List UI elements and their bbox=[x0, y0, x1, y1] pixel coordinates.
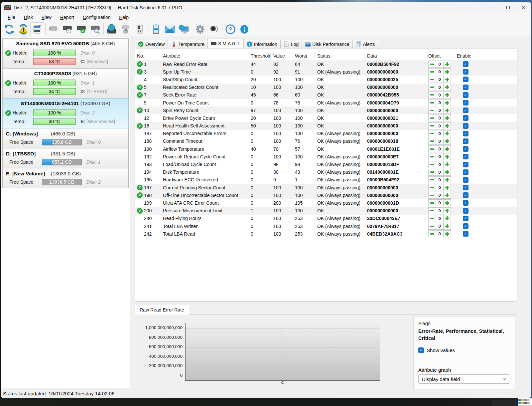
offset-minus-button[interactable] bbox=[428, 199, 436, 206]
offset-plus-button[interactable] bbox=[443, 169, 451, 176]
offset-minus-button[interactable] bbox=[428, 153, 436, 160]
offset-minus-button[interactable] bbox=[428, 192, 436, 199]
offset-minus-button[interactable] bbox=[428, 99, 436, 106]
tab-temperature[interactable]: Temperature bbox=[168, 40, 208, 48]
enable-checkbox[interactable]: ✓ bbox=[463, 77, 468, 82]
offset-minus-button[interactable] bbox=[428, 184, 436, 191]
smart-row[interactable]: 195Hardware ECC Recovered091OK (Always p… bbox=[135, 176, 517, 184]
smart-row[interactable]: 188Command Timeout010076OK (Always passi… bbox=[135, 137, 517, 145]
disk-check-icon[interactable] bbox=[74, 22, 88, 36]
smart-row[interactable]: 187Reported Uncorrectable Errors0100100O… bbox=[135, 130, 517, 137]
offset-plus-button[interactable] bbox=[443, 176, 451, 183]
disk-card-1[interactable]: CT1000P2SSD8 (931.5 GB) ✓ Health: 100 % … bbox=[2, 68, 129, 99]
enable-checkbox[interactable]: ✓ bbox=[463, 154, 468, 159]
enable-checkbox[interactable]: ✓ bbox=[463, 177, 468, 183]
refresh-warning-icon[interactable] bbox=[16, 22, 30, 36]
enable-checkbox[interactable]: ✓ bbox=[463, 131, 468, 136]
enable-checkbox[interactable]: ✓ bbox=[463, 208, 468, 214]
disk-shield-icon[interactable] bbox=[47, 22, 61, 36]
offset-plus-button[interactable] bbox=[443, 207, 451, 214]
menu-report[interactable]: Report bbox=[56, 14, 78, 21]
offset-minus-button[interactable] bbox=[428, 92, 436, 99]
enable-checkbox[interactable]: ✓ bbox=[463, 61, 468, 67]
graph-tab[interactable]: Raw Read Error Rate bbox=[135, 305, 189, 314]
enable-checkbox[interactable]: ✓ bbox=[463, 92, 468, 98]
menu-view[interactable]: View bbox=[38, 14, 56, 21]
menu-configuration[interactable]: Configuration bbox=[79, 14, 114, 21]
enable-checkbox[interactable]: ✓ bbox=[463, 100, 468, 105]
menu-help[interactable]: Help bbox=[115, 14, 133, 21]
partition-card-e[interactable]: E: [New Volume](13039.0 GB) Free Space 1… bbox=[2, 168, 129, 188]
smart-row[interactable]: ✓18Head Health Self Assessment50100100OK… bbox=[135, 122, 517, 130]
smart-row[interactable]: ✓7Seek Error Rate456660OK00000042B9550✓ bbox=[135, 91, 517, 99]
offset-plus-button[interactable] bbox=[443, 114, 451, 121]
notes-icon[interactable] bbox=[149, 22, 163, 36]
attribute-graph-dropdown[interactable]: Display data field bbox=[418, 374, 510, 384]
mail-icon[interactable] bbox=[163, 22, 177, 36]
offset-minus-button[interactable] bbox=[428, 114, 436, 121]
offset-plus-button[interactable] bbox=[443, 161, 451, 168]
network-globe-disk-icon[interactable] bbox=[105, 22, 119, 36]
disk-search-icon[interactable] bbox=[88, 22, 102, 36]
refresh-icon[interactable] bbox=[2, 22, 16, 36]
settings-gear-icon[interactable] bbox=[193, 22, 207, 36]
offset-minus-button[interactable] bbox=[428, 138, 436, 145]
disk-card-0[interactable]: Samsung SSD 970 EVO 500GB (465.8 GB) ✓ H… bbox=[2, 38, 129, 69]
offset-minus-button[interactable] bbox=[428, 207, 436, 214]
offset-plus-button[interactable] bbox=[443, 184, 451, 191]
tab-information[interactable]: i Information bbox=[243, 40, 281, 48]
enable-checkbox[interactable]: ✓ bbox=[463, 223, 468, 229]
maximize-button[interactable] bbox=[500, 2, 516, 13]
smart-row[interactable]: 190Airflow Temperature407057OK00001E1E00… bbox=[135, 145, 517, 153]
minimize-button[interactable] bbox=[485, 2, 500, 13]
disk-panel-icon[interactable] bbox=[30, 22, 44, 36]
offset-plus-button[interactable] bbox=[443, 122, 451, 129]
offset-minus-button[interactable] bbox=[428, 107, 436, 114]
smart-row[interactable]: ✓198Off-Line Uncorrectable Sector Count0… bbox=[135, 191, 517, 199]
smart-row[interactable]: ✓197Current Pending Sector Count0100100O… bbox=[135, 184, 517, 191]
smart-row[interactable]: 241Total LBA Written0100253OK (Always pa… bbox=[135, 222, 517, 230]
offset-minus-button[interactable] bbox=[428, 122, 436, 129]
smart-row[interactable]: 199Ultra ATA CRC Error Count0200195OK (A… bbox=[135, 199, 517, 207]
smart-row[interactable]: ✓10Spin Retry Count97100100OK00000000000… bbox=[135, 106, 517, 114]
offset-minus-button[interactable] bbox=[428, 176, 436, 183]
menu-disk[interactable]: Disk bbox=[20, 14, 37, 21]
offset-plus-button[interactable] bbox=[443, 99, 451, 106]
tab-smart[interactable]: S.M.A.R.T. bbox=[207, 39, 244, 48]
info-icon[interactable]: i bbox=[237, 22, 251, 36]
smart-row[interactable]: 12Drive Power Cycle Count20100100OK00000… bbox=[135, 114, 517, 122]
enable-checkbox[interactable]: ✓ bbox=[463, 107, 468, 113]
offset-plus-button[interactable] bbox=[443, 107, 451, 114]
offset-minus-button[interactable] bbox=[428, 230, 436, 237]
partition-card-c[interactable]: C: [Windows](465.0 GB) Free Space 335.8 … bbox=[2, 128, 129, 148]
smart-row[interactable]: 4Start/Stop Count20100100OK0000000000250… bbox=[135, 76, 517, 83]
offset-plus-button[interactable] bbox=[443, 92, 451, 99]
enable-checkbox[interactable]: ✓ bbox=[463, 69, 468, 75]
offset-plus-button[interactable] bbox=[443, 223, 451, 230]
smart-row[interactable]: ✓5Reallocated Sectors Count10100100OK000… bbox=[135, 84, 517, 91]
offset-minus-button[interactable] bbox=[428, 215, 436, 222]
offset-plus-button[interactable] bbox=[443, 76, 451, 83]
offset-minus-button[interactable] bbox=[428, 145, 436, 152]
smart-row[interactable]: 194Disk Temperature03043OK (Always passi… bbox=[135, 168, 517, 176]
offset-minus-button[interactable] bbox=[428, 130, 436, 137]
tab-overview[interactable]: Overview bbox=[135, 40, 168, 48]
show-values-checkbox[interactable]: ✓ bbox=[418, 347, 424, 353]
offset-plus-button[interactable] bbox=[443, 145, 451, 152]
enable-checkbox[interactable]: ✓ bbox=[463, 200, 468, 206]
enable-checkbox[interactable]: ✓ bbox=[463, 192, 468, 198]
disk-unplug-icon[interactable] bbox=[119, 22, 133, 36]
offset-plus-button[interactable] bbox=[443, 68, 451, 75]
enable-checkbox[interactable]: ✓ bbox=[463, 185, 468, 190]
offset-minus-button[interactable] bbox=[428, 161, 436, 168]
menu-file[interactable]: File bbox=[4, 14, 19, 21]
offset-plus-button[interactable] bbox=[443, 61, 451, 68]
offset-minus-button[interactable] bbox=[428, 84, 436, 91]
enable-checkbox[interactable]: ✓ bbox=[463, 85, 468, 90]
offset-minus-button[interactable] bbox=[428, 169, 436, 176]
disk-card-2[interactable]: ST14000NM0018-2H4101 (13039.0 GB) ✓ Heal… bbox=[2, 98, 129, 128]
enable-checkbox[interactable]: ✓ bbox=[463, 162, 468, 167]
offset-plus-button[interactable] bbox=[443, 215, 451, 222]
smart-row[interactable]: 193Load/Unload Cycle Count09898OK (Alway… bbox=[135, 160, 517, 168]
enable-checkbox[interactable]: ✓ bbox=[463, 216, 468, 221]
